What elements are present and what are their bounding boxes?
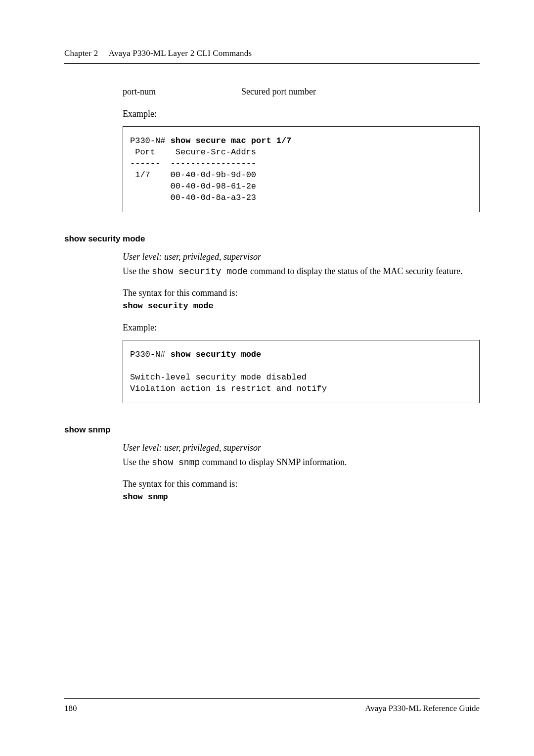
section-snmp: show snmp User level: user, privileged, … xyxy=(123,425,480,502)
code-block-security-mode: P330-N# show security mode Switch-level … xyxy=(123,340,480,403)
desc-text: Use the xyxy=(123,457,152,467)
section-security-mode: show security mode User level: user, pri… xyxy=(123,234,480,403)
description-paragraph: Use the show security mode command to di… xyxy=(123,265,480,278)
code-line: ------ ----------------- xyxy=(130,159,256,168)
code-prompt: P330-N# xyxy=(130,350,171,359)
desc-mono: show security mode xyxy=(152,267,248,277)
page-footer: 180 Avaya P330-ML Reference Guide xyxy=(64,698,480,713)
user-level-note: User level: user, privileged, supervisor xyxy=(123,252,480,262)
code-line: Switch-level security mode disabled xyxy=(130,373,307,382)
code-block-secure-mac: P330-N# show secure mac port 1/7 Port Se… xyxy=(123,126,480,212)
example-label: Example: xyxy=(123,323,480,333)
code-line: 1/7 00-40-0d-9b-9d-00 xyxy=(130,170,256,180)
param-description: Secured port number xyxy=(241,87,316,97)
code-line: Violation action is restrict and notify xyxy=(130,384,327,393)
parameter-row: port-num Secured port number xyxy=(123,87,480,97)
desc-text: command to display SNMP information. xyxy=(200,457,347,467)
code-cmd: show security mode xyxy=(171,350,262,359)
syntax-command: show snmp xyxy=(123,492,480,502)
page-number: 180 xyxy=(64,704,77,713)
description-paragraph: Use the show snmp command to display SNM… xyxy=(123,456,480,469)
code-line: Port Secure-Src-Addrs xyxy=(130,147,256,157)
user-level-note: User level: user, privileged, supervisor xyxy=(123,443,480,453)
desc-text: Use the xyxy=(123,266,152,276)
param-name: port-num xyxy=(123,87,241,97)
syntax-label: The syntax for this command is: xyxy=(123,478,480,490)
chapter-label: Chapter 2 xyxy=(64,48,98,58)
desc-mono: show snmp xyxy=(152,458,200,468)
section-heading: show security mode xyxy=(64,234,480,244)
code-prompt: P330-N# xyxy=(130,136,171,145)
example-label: Example: xyxy=(123,109,480,119)
doc-title: Avaya P330-ML Reference Guide xyxy=(365,704,480,713)
code-cmd: show secure mac port 1/7 xyxy=(171,136,292,145)
syntax-command: show security mode xyxy=(123,301,480,311)
page-header: Chapter 2 Avaya P330-ML Layer 2 CLI Comm… xyxy=(64,48,480,64)
section-heading: show snmp xyxy=(64,425,480,435)
desc-text: command to display the status of the MAC… xyxy=(248,266,462,276)
code-line: 00-40-0d-98-61-2e xyxy=(130,182,256,191)
main-content: port-num Secured port number Example: P3… xyxy=(64,87,480,502)
page-container: Chapter 2 Avaya P330-ML Layer 2 CLI Comm… xyxy=(0,0,534,502)
chapter-title: Avaya P330-ML Layer 2 CLI Commands xyxy=(109,48,252,58)
code-line: 00-40-0d-8a-a3-23 xyxy=(130,193,256,202)
syntax-label: The syntax for this command is: xyxy=(123,287,480,299)
